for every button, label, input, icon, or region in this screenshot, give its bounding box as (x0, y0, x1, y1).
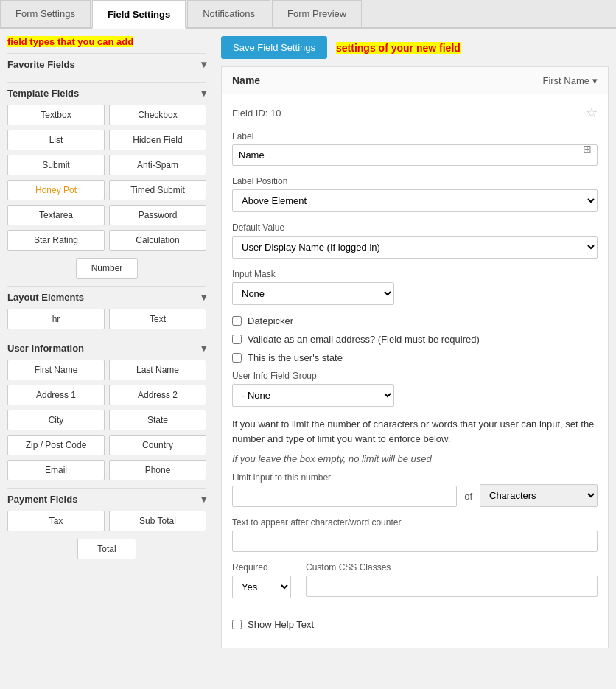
btn-star-rating[interactable]: Star Rating (7, 230, 105, 251)
tab-bar: Form Settings Field Settings Notificatio… (0, 0, 616, 29)
email-validate-checkbox[interactable] (232, 335, 242, 344)
btn-city[interactable]: City (7, 410, 105, 430)
settings-label-post: field (436, 42, 461, 54)
css-classes-field-row: Custom CSS Classes (306, 562, 598, 597)
field-types-label: field types that you can add (7, 36, 206, 47)
btn-password[interactable]: Password (109, 205, 206, 225)
label-position-row: Label Position Above Element Below Eleme… (232, 176, 598, 212)
css-classes-input[interactable] (306, 576, 598, 597)
datepicker-checkbox[interactable] (232, 316, 242, 326)
tab-form-preview[interactable]: Form Preview (272, 0, 362, 27)
btn-address1[interactable]: Address 1 (7, 385, 105, 405)
btn-address2[interactable]: Address 2 (109, 385, 206, 405)
email-validate-label: Validate as an email address? (Field mus… (248, 334, 480, 345)
label-field-row: Label ⊞ (232, 131, 598, 166)
template-fields-grid: Textbox Checkbox List Hidden Field Submi… (7, 105, 206, 251)
layout-elements-section: Layout Elements ▾ (7, 286, 206, 309)
limit-input-label: Limit input to this number (232, 472, 457, 483)
input-mask-row: Input Mask None Phone Date Custom (232, 269, 598, 305)
btn-honey-pot[interactable]: Honey Pot (7, 180, 105, 200)
show-help-text-row: Show Help Text (232, 619, 598, 630)
of-label: of (464, 491, 472, 507)
text-after-label: Text to appear after character/word coun… (232, 517, 598, 528)
btn-country[interactable]: Country (109, 435, 206, 455)
field-name-type: First Name ▾ (542, 75, 598, 86)
user-info-group-row: User Info Field Group - None (232, 371, 598, 407)
css-classes-label: Custom CSS Classes (306, 562, 598, 573)
right-panel: Save Field Settings settings of your new… (214, 29, 616, 656)
field-editor: Name First Name ▾ Field ID: 10 ☆ Label ⊞ (221, 66, 609, 648)
input-mask-select[interactable]: None Phone Date Custom (232, 282, 394, 305)
btn-textbox[interactable]: Textbox (7, 105, 105, 125)
star-icon[interactable]: ☆ (586, 105, 598, 121)
field-id-text: Field ID: 10 (232, 108, 281, 119)
btn-hr[interactable]: hr (7, 309, 105, 329)
btn-submit[interactable]: Submit (7, 155, 105, 175)
payment-fields-chevron[interactable]: ▾ (201, 493, 206, 505)
btn-total[interactable]: Total (77, 539, 136, 559)
tab-field-settings[interactable]: Field Settings (92, 0, 186, 29)
btn-hidden-field[interactable]: Hidden Field (109, 130, 206, 150)
btn-timed-submit[interactable]: Timed Submit (109, 180, 206, 200)
limit-input[interactable] (232, 486, 457, 507)
btn-number[interactable]: Number (76, 258, 139, 279)
payment-fields-single: Total (7, 539, 206, 559)
field-types-post: add (114, 36, 134, 47)
btn-phone[interactable]: Phone (109, 460, 206, 480)
info-text-1: If you want to limit the number of chara… (232, 417, 598, 446)
favorite-fields-chevron[interactable]: ▾ (201, 58, 206, 70)
user-information-grid: First Name Last Name Address 1 Address 2… (7, 360, 206, 480)
btn-textarea[interactable]: Textarea (7, 205, 105, 225)
user-state-label: This is the user's state (248, 352, 343, 363)
btn-sub-total[interactable]: Sub Total (109, 511, 206, 531)
user-state-row: This is the user's state (232, 352, 598, 363)
required-select[interactable]: Yes No (232, 576, 291, 598)
label-icon[interactable]: ⊞ (583, 143, 592, 155)
field-type-chevron[interactable]: ▾ (592, 75, 598, 86)
label-input[interactable] (232, 144, 598, 166)
btn-tax[interactable]: Tax (7, 511, 105, 531)
btn-anti-spam[interactable]: Anti-Spam (109, 155, 206, 175)
field-editor-name-label: Name (232, 74, 260, 86)
text-after-input[interactable] (232, 531, 598, 552)
show-help-text-checkbox[interactable] (232, 620, 242, 629)
required-css-row: Required Yes No Custom CSS Classes (232, 562, 598, 609)
user-information-chevron[interactable]: ▾ (201, 342, 206, 354)
btn-checkbox[interactable]: Checkbox (109, 105, 206, 125)
layout-elements-chevron[interactable]: ▾ (201, 291, 206, 303)
layout-elements-title: Layout Elements (7, 292, 84, 303)
btn-zip[interactable]: Zip / Post Code (7, 435, 105, 455)
email-validate-row: Validate as an email address? (Field mus… (232, 334, 598, 345)
limit-type-select[interactable]: Characters Words (480, 484, 598, 507)
field-editor-header: Name First Name ▾ (222, 67, 608, 94)
tab-form-settings[interactable]: Form Settings (0, 0, 91, 27)
user-info-group-select[interactable]: - None (232, 384, 394, 407)
save-field-settings-button[interactable]: Save Field Settings (221, 36, 327, 59)
user-state-checkbox[interactable] (232, 353, 242, 363)
default-value-select[interactable]: User Display Name (If logged in) None Cu… (232, 236, 598, 259)
btn-text[interactable]: Text (109, 309, 206, 329)
field-types-highlight: that you can (57, 36, 114, 47)
label-position-select[interactable]: Above Element Below Element Left of Elem… (232, 189, 598, 212)
payment-fields-title: Payment Fields (7, 494, 77, 505)
btn-email[interactable]: Email (7, 460, 105, 480)
tab-notifications[interactable]: Notifications (187, 0, 270, 27)
field-type-text: First Name (542, 75, 589, 86)
info-text-2: If you leave the box empty, no limit wil… (232, 452, 598, 466)
favorite-fields-title: Favorite Fields (7, 59, 75, 70)
datepicker-row: Datepicker (232, 315, 598, 326)
user-information-title: User Information (7, 343, 84, 354)
payment-fields-section: Payment Fields ▾ (7, 488, 206, 511)
btn-state[interactable]: State (109, 410, 206, 430)
settings-label-pre: settings of your (336, 42, 416, 54)
favorite-fields-section: Favorite Fields ▾ (7, 53, 206, 76)
btn-last-name[interactable]: Last Name (109, 360, 206, 380)
btn-first-name[interactable]: First Name (7, 360, 105, 380)
btn-list[interactable]: List (7, 130, 105, 150)
datepicker-label: Datepicker (248, 315, 293, 326)
template-fields-chevron[interactable]: ▾ (201, 87, 206, 99)
btn-calculation[interactable]: Calculation (109, 230, 206, 251)
main-layout: field types that you can add Favorite Fi… (0, 29, 616, 656)
template-fields-title: Template Fields (7, 88, 79, 99)
settings-label-highlight: new (416, 42, 436, 54)
